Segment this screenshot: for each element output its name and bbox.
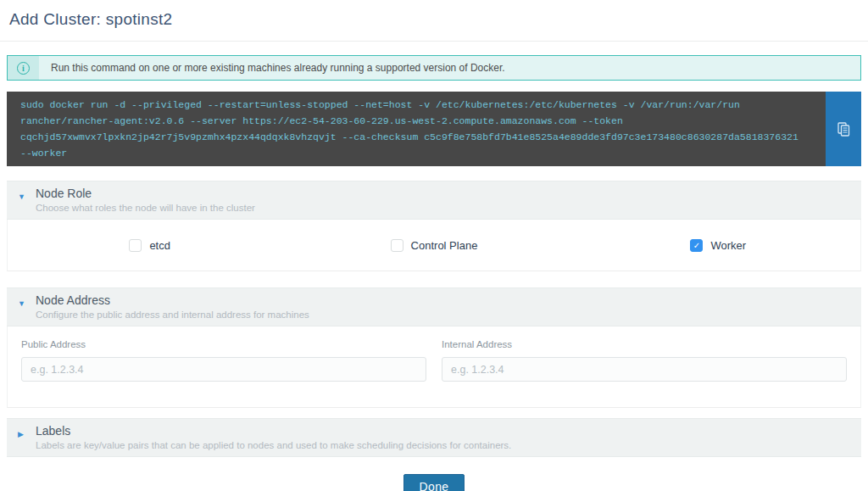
checkbox-control-plane[interactable]: Control Plane — [292, 239, 576, 252]
footer: Done — [0, 474, 868, 491]
section-subtitle: Labels are key/value pairs that can be a… — [36, 440, 851, 450]
section-title: Node Role — [36, 187, 851, 200]
page-title: Add Cluster: spotinst2 — [0, 0, 868, 29]
command-line: cqchjd57xwmvx7lpxkn2jp42r7j5v9pzmhx4pzx4… — [20, 129, 812, 145]
section-node-role-header[interactable]: ▼ Node Role Choose what roles the node w… — [7, 181, 861, 220]
checkbox-etcd[interactable]: etcd — [8, 239, 292, 252]
public-address-label: Public Address — [21, 339, 426, 349]
checkbox-worker[interactable]: Worker — [576, 239, 860, 252]
clipboard-copy-icon — [836, 121, 851, 137]
internal-address-input[interactable] — [442, 357, 847, 382]
info-banner: i Run this command on one or more existi… — [7, 55, 861, 81]
info-banner-text: Run this command on one or more existing… — [39, 62, 517, 74]
section-subtitle: Choose what roles the node will have in … — [36, 203, 851, 213]
checkbox-box-control-plane[interactable] — [391, 239, 403, 252]
section-node-address-header[interactable]: ▼ Node Address Configure the public addr… — [7, 287, 861, 326]
section-node-role-body: etcd Control Plane Worker — [7, 220, 861, 271]
section-title: Labels — [36, 424, 851, 438]
docker-command-text: sudo docker run -d --privileged --restar… — [7, 92, 826, 166]
copy-command-button[interactable] — [826, 92, 861, 166]
section-node-address: ▼ Node Address Configure the public addr… — [7, 287, 861, 408]
info-icon: i — [17, 62, 30, 75]
section-node-role: ▼ Node Role Choose what roles the node w… — [7, 181, 861, 271]
public-address-field-group: Public Address — [21, 339, 426, 382]
checkbox-label: Worker — [710, 239, 746, 252]
section-labels-header[interactable]: ▶ Labels Labels are key/value pairs that… — [7, 418, 861, 457]
section-node-address-body: Public Address Internal Address — [7, 326, 861, 408]
command-line: sudo docker run -d --privileged --restar… — [20, 97, 812, 113]
section-title: Node Address — [36, 293, 851, 307]
checkbox-label: etcd — [149, 239, 170, 252]
chevron-down-icon: ▼ — [18, 192, 25, 201]
internal-address-label: Internal Address — [442, 339, 847, 349]
done-button[interactable]: Done — [403, 474, 464, 491]
chevron-right-icon: ▶ — [18, 430, 24, 438]
command-line: rancher/rancher-agent:v2.0.6 --server ht… — [20, 113, 812, 129]
section-subtitle: Configure the public address and interna… — [36, 310, 851, 320]
docker-command-block: sudo docker run -d --privileged --restar… — [7, 92, 861, 166]
checkbox-box-etcd[interactable] — [129, 239, 142, 252]
checkbox-box-worker[interactable] — [690, 239, 703, 252]
address-form: Public Address Internal Address — [8, 326, 860, 407]
title-divider — [0, 41, 868, 42]
public-address-input[interactable] — [21, 357, 426, 382]
role-checkbox-row: etcd Control Plane Worker — [8, 220, 860, 271]
internal-address-field-group: Internal Address — [442, 339, 847, 382]
info-banner-icon-cell: i — [8, 56, 39, 80]
checkbox-label: Control Plane — [411, 239, 478, 252]
section-labels: ▶ Labels Labels are key/value pairs that… — [7, 418, 861, 457]
command-line: --worker — [20, 145, 812, 161]
chevron-down-icon: ▼ — [18, 299, 25, 308]
